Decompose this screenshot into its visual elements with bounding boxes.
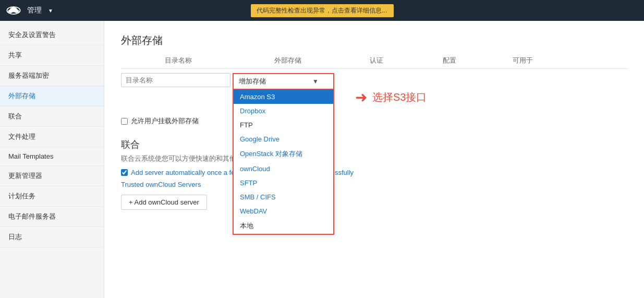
dropdown-item-sftp[interactable]: SFTP <box>234 176 333 190</box>
sidebar-item-email-server[interactable]: 电子邮件服务器 <box>0 207 104 227</box>
col-header-config: 配置 <box>413 56 486 65</box>
trusted-servers-link[interactable]: Trusted ownCloud Servers <box>121 181 627 188</box>
auto-add-row: Add server automatically once a federate… <box>121 169 627 176</box>
dropdown-arrow-icon: ▼ <box>312 78 319 85</box>
dropdown-item-smb-cifs[interactable]: SMB / CIFS <box>234 190 333 204</box>
main-content: 外部存储 目录名称 外部存储 认证 配置 可用于 增加存储 ▼ Amaz <box>104 21 644 298</box>
sidebar-item-scheduled-tasks[interactable]: 计划任务 <box>0 186 104 207</box>
annotation-text: 选择S3接口 <box>372 90 427 104</box>
dropdown-item-google-drive[interactable]: Google Drive <box>234 132 333 146</box>
allow-user-mount-label: 允许用户挂载外部存储 <box>131 116 199 126</box>
svg-point-3 <box>10 7 17 13</box>
allow-user-mount-checkbox[interactable] <box>121 118 128 125</box>
dropdown-trigger[interactable]: 增加存储 ▼ <box>233 73 334 90</box>
allow-user-mount-row: 允许用户挂载外部存储 <box>121 116 627 126</box>
dropdown-item-dropbox[interactable]: Dropbox <box>234 104 333 118</box>
federation-title: 联合 <box>121 138 627 151</box>
federation-desc: 联合云系统使您可以方便快速的和其他用户共享文件。 <box>121 154 627 163</box>
dropdown-menu: Amazon S3 Dropbox FTP Google Drive OpenS… <box>233 90 334 235</box>
annotation-wrapper: ➜ 选择S3接口 <box>355 89 427 106</box>
admin-label: 管理 <box>27 6 42 15</box>
col-header-avail: 可用于 <box>486 56 559 65</box>
dropdown-item-webdav[interactable]: WebDAV <box>234 204 333 218</box>
dropdown-item-owncloud[interactable]: ownCloud <box>234 162 333 176</box>
table-header: 目录名称 外部存储 认证 配置 可用于 <box>121 56 627 69</box>
sidebar-item-security[interactable]: 安全及设置警告 <box>0 25 104 45</box>
add-owncloud-server-button[interactable]: + Add ownCloud server <box>121 195 207 210</box>
dropdown-trigger-label: 增加存储 <box>239 77 266 86</box>
dropdown-item-openstack[interactable]: OpenStack 对象存储 <box>234 146 333 162</box>
dropdown-item-amazon-s3[interactable]: Amazon S3 <box>234 90 333 104</box>
col-header-auth: 认证 <box>340 56 413 65</box>
dir-name-input[interactable] <box>121 73 230 87</box>
sidebar-item-file-handling[interactable]: 文件处理 <box>0 127 104 147</box>
sidebar: 安全及设置警告 共享 服务器端加密 外部存储 联合 文件处理 Mail Temp… <box>0 21 104 298</box>
sidebar-item-updater[interactable]: 更新管理器 <box>0 166 104 186</box>
alert-banner[interactable]: 代码完整性检查出现异常，点击查看详细信息... <box>250 4 393 17</box>
sidebar-item-external-storage[interactable]: 外部存储 <box>0 86 104 106</box>
col-header-dir: 目录名称 <box>121 56 236 65</box>
sidebar-item-sharing[interactable]: 共享 <box>0 45 104 66</box>
red-arrow-icon: ➜ <box>355 89 367 106</box>
logo[interactable]: 管理 ▼ <box>6 5 53 16</box>
sidebar-item-federation[interactable]: 联合 <box>0 106 104 127</box>
auto-add-checkbox[interactable] <box>121 169 128 176</box>
storage-type-dropdown[interactable]: 增加存储 ▼ Amazon S3 Dropbox FTP Google Driv… <box>233 73 334 90</box>
main-layout: 安全及设置警告 共享 服务器端加密 外部存储 联合 文件处理 Mail Temp… <box>0 21 644 298</box>
col-header-storage: 外部存储 <box>236 56 340 65</box>
sidebar-item-logs[interactable]: 日志 <box>0 227 104 247</box>
external-storage-title: 外部存储 <box>121 33 627 47</box>
admin-dropdown-arrow[interactable]: ▼ <box>48 8 53 14</box>
sidebar-item-encryption[interactable]: 服务器端加密 <box>0 66 104 86</box>
sidebar-item-mail-templates[interactable]: Mail Templates <box>0 147 104 166</box>
top-nav: 管理 ▼ 代码完整性检查出现异常，点击查看详细信息... <box>0 0 644 21</box>
federation-section: 联合 联合云系统使您可以方便快速的和其他用户共享文件。 Add server a… <box>121 138 627 210</box>
dropdown-item-local[interactable]: 本地 <box>234 218 333 234</box>
dropdown-item-ftp[interactable]: FTP <box>234 118 333 132</box>
owncloud-logo-icon <box>6 5 21 16</box>
